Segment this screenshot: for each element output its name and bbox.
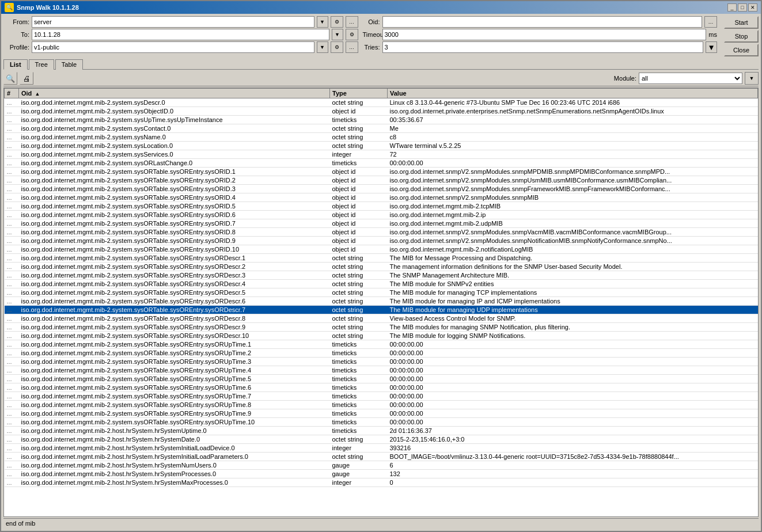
row-oid: iso.org.dod.internet.mgmt.mib-2.system.s… [19, 168, 330, 176]
table-row[interactable]: ... iso.org.dod.internet.mgmt.mib-2.syst… [5, 133, 758, 142]
print-icon-btn[interactable]: 🖨 [20, 72, 33, 85]
table-row[interactable]: ... iso.org.dod.internet.mgmt.mib-2.syst… [5, 297, 758, 306]
table-row[interactable]: ... iso.org.dod.internet.mgmt.mib-2.syst… [5, 159, 758, 168]
table-row[interactable]: ... iso.org.dod.internet.mgmt.mib-2.host… [5, 470, 758, 478]
table-row[interactable]: ... iso.org.dod.internet.mgmt.mib-2.host… [5, 461, 758, 470]
table-row[interactable]: ... iso.org.dod.internet.mgmt.mib-2.syst… [5, 288, 758, 297]
from-input[interactable] [32, 16, 314, 28]
oid-browse-btn[interactable]: … [704, 16, 717, 28]
tries-dropdown-btn[interactable]: ▼ [706, 41, 717, 53]
minimize-button[interactable]: _ [727, 3, 737, 12]
to-dropdown-btn[interactable]: ▼ [332, 29, 343, 40]
table-row[interactable]: ... iso.org.dod.internet.mgmt.mib-2.syst… [5, 116, 758, 124]
col-type[interactable]: Type [330, 89, 388, 98]
row-num: ... [5, 98, 19, 107]
table-row[interactable]: ... iso.org.dod.internet.mgmt.mib-2.syst… [5, 340, 758, 349]
row-oid: iso.org.dod.internet.mgmt.mib-2.system.s… [19, 366, 330, 375]
table-row[interactable]: ... iso.org.dod.internet.mgmt.mib-2.syst… [5, 185, 758, 193]
to-settings-btn[interactable]: ⚙ [346, 29, 358, 40]
row-oid: iso.org.dod.internet.mgmt.mib-2.system.s… [19, 245, 330, 254]
row-type: octet string [330, 98, 388, 107]
row-oid: iso.org.dod.internet.mgmt.mib-2.system.s… [19, 219, 330, 228]
table-row[interactable]: ... iso.org.dod.internet.mgmt.mib-2.syst… [5, 237, 758, 245]
form-section: From: ▼ ⚙ … To: ▼ ⚙ Profile: ▼ ⚙ [3, 16, 759, 56]
table-row[interactable]: ... iso.org.dod.internet.mgmt.mib-2.syst… [5, 219, 758, 228]
table-row[interactable]: ... iso.org.dod.internet.mgmt.mib-2.host… [5, 444, 758, 453]
table-row[interactable]: ... iso.org.dod.internet.mgmt.mib-2.syst… [5, 314, 758, 323]
close-button[interactable]: Close [724, 44, 759, 56]
table-row[interactable]: ... iso.org.dod.internet.mgmt.mib-2.syst… [5, 107, 758, 116]
table-row[interactable]: ... iso.org.dod.internet.mgmt.mib-2.syst… [5, 409, 758, 418]
table-row[interactable]: ... iso.org.dod.internet.mgmt.mib-2.syst… [5, 211, 758, 219]
table-row[interactable]: ... iso.org.dod.internet.mgmt.mib-2.syst… [5, 228, 758, 237]
profile-small-btn2[interactable]: … [346, 41, 358, 53]
to-input[interactable] [32, 29, 329, 40]
row-value: 00:00:00.00 [388, 349, 758, 358]
start-button[interactable]: Start [724, 16, 759, 29]
table-row[interactable]: ... iso.org.dod.internet.mgmt.mib-2.host… [5, 478, 758, 487]
tab-tree[interactable]: Tree [29, 59, 54, 70]
table-row[interactable]: ... iso.org.dod.internet.mgmt.mib-2.syst… [5, 168, 758, 176]
oid-input[interactable] [382, 16, 703, 28]
table-row[interactable]: ... iso.org.dod.internet.mgmt.mib-2.syst… [5, 193, 758, 202]
maximize-button[interactable]: □ [738, 3, 747, 12]
row-oid: iso.org.dod.internet.mgmt.mib-2.system.s… [19, 228, 330, 237]
table-row[interactable]: ... iso.org.dod.internet.mgmt.mib-2.syst… [5, 150, 758, 159]
timeout-input[interactable] [382, 29, 707, 40]
close-window-button[interactable]: ✕ [748, 3, 757, 12]
col-value[interactable]: Value [388, 89, 758, 98]
row-type: octet string [330, 263, 388, 271]
table-row[interactable]: ... iso.org.dod.internet.mgmt.mib-2.syst… [5, 263, 758, 271]
profile-dropdown-btn[interactable]: ▼ [317, 41, 328, 53]
table-row[interactable]: ... iso.org.dod.internet.mgmt.mib-2.syst… [5, 176, 758, 185]
table-row[interactable]: ... iso.org.dod.internet.mgmt.mib-2.syst… [5, 271, 758, 280]
table-container: # Oid ▲ Type Value ... iso.org.dod.inter… [3, 88, 759, 517]
row-value: iso.org.dod.internet.snmpV2.snmpModules.… [388, 185, 758, 193]
table-row[interactable]: ... iso.org.dod.internet.mgmt.mib-2.syst… [5, 392, 758, 401]
from-small-btn1[interactable]: ⚙ [331, 16, 343, 28]
table-row[interactable]: ... iso.org.dod.internet.mgmt.mib-2.syst… [5, 323, 758, 332]
row-oid: iso.org.dod.internet.mgmt.mib-2.system.s… [19, 375, 330, 383]
table-row[interactable]: ... iso.org.dod.internet.mgmt.mib-2.syst… [5, 418, 758, 427]
table-row[interactable]: ... iso.org.dod.internet.mgmt.mib-2.host… [5, 427, 758, 435]
table-row[interactable]: ... iso.org.dod.internet.mgmt.mib-2.syst… [5, 142, 758, 150]
col-hash[interactable]: # [5, 89, 19, 98]
table-row[interactable]: ... iso.org.dod.internet.mgmt.mib-2.syst… [5, 254, 758, 263]
row-oid: iso.org.dod.internet.mgmt.mib-2.system.s… [19, 133, 330, 142]
table-row[interactable]: ... iso.org.dod.internet.mgmt.mib-2.syst… [5, 383, 758, 392]
profile-small-btn1[interactable]: ⚙ [331, 41, 343, 53]
table-row[interactable]: ... iso.org.dod.internet.mgmt.mib-2.syst… [5, 202, 758, 211]
tab-table[interactable]: Table [55, 59, 83, 70]
table-row[interactable]: ... iso.org.dod.internet.mgmt.mib-2.syst… [5, 366, 758, 375]
filter-btn[interactable]: ▼ [745, 72, 759, 85]
profile-input[interactable] [32, 41, 314, 53]
table-row[interactable]: ... iso.org.dod.internet.mgmt.mib-2.syst… [5, 332, 758, 340]
row-num: ... [5, 133, 19, 142]
row-value: iso.org.dod.internet.snmpV2.snmpModules.… [388, 193, 758, 202]
table-row[interactable]: ... iso.org.dod.internet.mgmt.mib-2.syst… [5, 280, 758, 288]
table-row[interactable]: ... iso.org.dod.internet.mgmt.mib-2.syst… [5, 375, 758, 383]
tab-list[interactable]: List [3, 59, 28, 70]
table-row[interactable]: ... iso.org.dod.internet.mgmt.mib-2.host… [5, 435, 758, 444]
table-row[interactable]: ... iso.org.dod.internet.mgmt.mib-2.syst… [5, 349, 758, 358]
from-dropdown-btn[interactable]: ▼ [317, 16, 328, 28]
table-row[interactable]: ... iso.org.dod.internet.mgmt.mib-2.host… [5, 453, 758, 461]
module-select[interactable]: all [639, 73, 742, 84]
row-type: octet string [330, 297, 388, 306]
table-row[interactable]: ... iso.org.dod.internet.mgmt.mib-2.syst… [5, 245, 758, 254]
row-type: timeticks [330, 358, 388, 366]
search-icon-btn[interactable]: 🔍 [3, 72, 17, 85]
row-type: octet string [330, 306, 388, 314]
stop-button[interactable]: Stop [724, 30, 759, 43]
table-row[interactable]: ... iso.org.dod.internet.mgmt.mib-2.syst… [5, 124, 758, 133]
table-row[interactable]: ... iso.org.dod.internet.mgmt.mib-2.syst… [5, 358, 758, 366]
form-right: Oid: … Timeout: ms Tries: ▼ [363, 16, 718, 53]
col-oid[interactable]: Oid ▲ [19, 89, 330, 98]
row-value: BOOT_IMAGE=/boot/vmlinuz-3.13.0-44-gener… [388, 453, 758, 461]
table-row[interactable]: ... iso.org.dod.internet.mgmt.mib-2.syst… [5, 401, 758, 409]
from-small-btn2[interactable]: … [346, 16, 358, 28]
row-value: The MIB module for managing IP and ICMP … [388, 297, 758, 306]
table-row[interactable]: ... iso.org.dod.internet.mgmt.mib-2.syst… [5, 98, 758, 107]
tries-input[interactable] [382, 41, 704, 53]
table-row[interactable]: ... iso.org.dod.internet.mgmt.mib-2.syst… [5, 306, 758, 314]
